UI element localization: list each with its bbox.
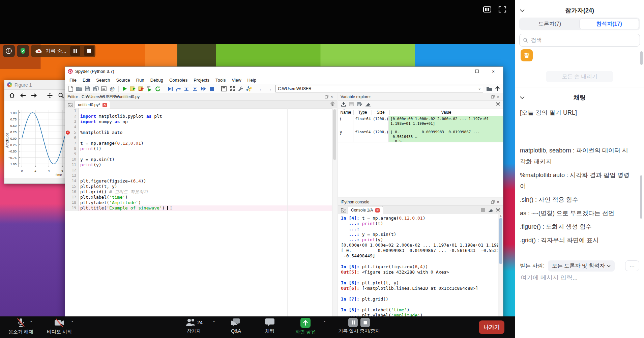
browse-consoles-button[interactable] [340, 206, 348, 214]
column-header-name[interactable]: Nameˆ [338, 110, 354, 115]
editor-scrollbar-thumb[interactable] [333, 109, 336, 160]
recording-stop-button[interactable] [84, 46, 94, 56]
fullscreen-mode-button[interactable] [229, 85, 236, 92]
menu-file[interactable]: File [66, 78, 80, 83]
fullscreen-icon[interactable] [498, 5, 507, 13]
interrupt-kernel-button[interactable] [480, 207, 486, 213]
audio-options-chevron[interactable]: ⌃ [30, 320, 33, 325]
more-options-button[interactable]: ⋯ [625, 260, 639, 271]
editor-line-1[interactable]: 1 [65, 108, 337, 114]
video-options-chevron[interactable]: ⌃ [71, 320, 74, 325]
file-switcher-button[interactable] [100, 85, 108, 92]
lower-all-hands-button[interactable]: 모든 손 내리기 [546, 71, 613, 82]
debug-step-button[interactable] [175, 85, 182, 92]
forward-button[interactable] [31, 92, 37, 99]
editor-tab-untitled0[interactable]: untitled0.py* ✕ [75, 101, 110, 109]
console-scrollbar-thumb[interactable] [499, 218, 502, 264]
variable-row-y[interactable]: yfloat64(1200,)[ 0. 0.00999983 0.0199986… [338, 129, 503, 142]
maximize-button[interactable] [470, 67, 484, 76]
home-button[interactable] [8, 92, 15, 99]
search-input[interactable] [530, 37, 636, 44]
editor-line-10[interactable]: 10y = np.sin(t) [65, 157, 337, 162]
column-header-size[interactable]: Size [372, 110, 390, 115]
debug-continue-button[interactable] [200, 85, 207, 92]
maximize-pane-button[interactable] [221, 85, 228, 92]
recording-pause-button[interactable] [70, 46, 80, 56]
console-tab[interactable]: Console 1/A ✕ [348, 206, 383, 214]
variable-row-t[interactable]: tfloat64(1200,)[0.000e+00 1.000e-02 2.00… [338, 116, 503, 129]
info-button[interactable] [3, 45, 15, 57]
close-pane-button[interactable]: × [495, 199, 501, 205]
undock-pane-button[interactable] [324, 94, 329, 100]
participants-button[interactable]: 24 참가자 [179, 318, 209, 334]
reset-namespace-button[interactable] [365, 102, 371, 108]
share-options-chevron[interactable]: ⌃ [323, 320, 326, 325]
view-layout-icon[interactable] [483, 5, 492, 13]
participants-chevron[interactable]: ⌃ [212, 320, 215, 325]
console-options-button[interactable] [495, 207, 501, 213]
undock-pane-button[interactable] [490, 94, 495, 100]
participants-search[interactable] [519, 34, 640, 47]
menu-projects[interactable]: Projects [191, 78, 212, 83]
import-data-button[interactable] [341, 102, 346, 108]
menu-source[interactable]: Source [113, 78, 133, 83]
variable-table-header[interactable]: NameˆTypeSizeValue [338, 109, 503, 116]
new-file-button[interactable] [67, 85, 75, 92]
column-header-type[interactable]: Type [354, 110, 372, 115]
clear-console-button[interactable] [488, 207, 494, 213]
editor-line-9[interactable]: 9 [65, 151, 337, 157]
pause-recording-button[interactable] [348, 318, 358, 327]
save-all-button[interactable] [92, 85, 99, 92]
scroll-up-icon[interactable]: ▲ [498, 214, 503, 218]
editor-line-16[interactable]: 16plt.grid() # 그리드 적용하기 [65, 189, 337, 195]
editor-line-13[interactable]: 13 [65, 173, 337, 178]
run-file-button[interactable] [121, 85, 128, 92]
editor-line-4[interactable]: 4 [65, 124, 337, 130]
tab-close-icon[interactable]: ✕ [375, 208, 380, 213]
minimize-button[interactable]: – [453, 67, 467, 76]
participants-scrollbar-thumb[interactable] [640, 51, 643, 65]
back-button[interactable] [20, 92, 26, 99]
editor-line-7[interactable]: 7t = np.arange(0,12,0.01) [65, 141, 337, 146]
history-forward-button[interactable]: → [266, 85, 273, 92]
close-button[interactable]: × [486, 67, 500, 76]
save-data-as-button[interactable] [357, 102, 362, 108]
undock-pane-button[interactable] [490, 199, 495, 205]
editor-line-17[interactable]: 17plt.xlabel('time') [65, 195, 337, 200]
code-editor[interactable]: 12import matplotlib.pyplot as plt3import… [65, 108, 337, 338]
history-back-button[interactable]: ← [258, 85, 265, 92]
qna-button[interactable]: Q&A [222, 318, 250, 334]
leave-meeting-button[interactable]: 나가기 [479, 320, 504, 334]
column-header-value[interactable]: Value [390, 110, 503, 115]
close-pane-button[interactable]: × [329, 94, 334, 100]
menu-debug[interactable]: Debug [147, 78, 166, 83]
working-directory-combo[interactable]: C:₩Users₩USER ∨ [275, 85, 483, 92]
parent-directory-button[interactable] [494, 85, 501, 92]
chat-message-input[interactable] [520, 274, 639, 282]
chat-button[interactable]: 채팅 [256, 318, 283, 334]
debug-step-into-button[interactable] [183, 85, 191, 92]
editor-line-12[interactable]: 12 [65, 168, 337, 173]
debug-stop-button[interactable] [208, 85, 215, 92]
security-shield-button[interactable] [17, 45, 29, 57]
editor-line-15[interactable]: 15plt.plot(t, y) [65, 184, 337, 189]
find-symbol-button[interactable]: @ [109, 85, 116, 92]
variable-options-button[interactable] [496, 102, 500, 108]
menu-edit[interactable]: Edit [80, 78, 93, 83]
python-env-button[interactable] [245, 85, 253, 92]
debug-file-button[interactable] [167, 85, 174, 92]
close-pane-button[interactable]: × [495, 94, 501, 100]
tab-attendees[interactable]: 참석자(17) [579, 19, 639, 29]
menu-consoles[interactable]: Consoles [166, 78, 191, 83]
editor-line-18[interactable]: 18plt.ylabel('Amplitude') [65, 200, 337, 205]
rerun-button[interactable] [154, 85, 162, 92]
browse-tabs-button[interactable] [66, 101, 75, 109]
run-cell-advance-button[interactable] [138, 85, 145, 92]
editor-line-11[interactable]: 11print(y) [65, 162, 337, 168]
debug-step-return-button[interactable] [192, 85, 199, 92]
editor-line-5[interactable]: 5✕%matplotlib auto [65, 130, 337, 135]
chat-scrollbar-thumb[interactable] [640, 175, 642, 219]
open-file-button[interactable] [76, 85, 83, 92]
editor-line-14[interactable]: 14plt.figure(figsize=(6,4)) [65, 178, 337, 184]
preferences-button[interactable] [237, 85, 244, 92]
